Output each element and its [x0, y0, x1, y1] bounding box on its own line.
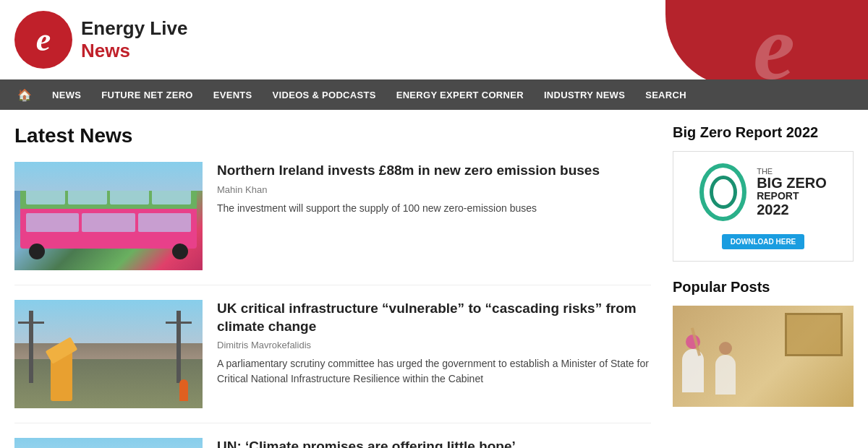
big-zero-box: THE BIG ZERO REPORT 2022 DOWNLOAD HERE — [673, 151, 854, 262]
nav-item-future-net-zero[interactable]: FUTURE NET ZERO — [91, 79, 203, 110]
bzr-oval — [699, 163, 746, 221]
sky-bg — [14, 438, 203, 448]
sidebar: Big Zero Report 2022 THE BIG ZERO REPORT… — [651, 124, 854, 448]
article-2-title[interactable]: UK critical infrastructure “vulnerable” … — [217, 300, 651, 335]
site-header: e Energy Live News e — [0, 0, 868, 79]
article-3-image — [14, 438, 203, 448]
popular-post-image[interactable] — [673, 306, 854, 407]
painting — [785, 313, 843, 356]
bzr-inner — [710, 176, 737, 209]
bus-window — [82, 213, 135, 232]
worker-figure — [179, 379, 188, 401]
bus-window — [138, 213, 191, 232]
article-1-image — [14, 162, 203, 270]
bus-wheel-right — [172, 244, 188, 259]
bus-image — [14, 162, 203, 270]
article-1-content: Northern Ireland invests £88m in new zer… — [217, 162, 651, 270]
infrastructure-image — [14, 300, 203, 408]
article-3-content: UN: ‘Climate promises are offering littl… — [217, 438, 651, 448]
nav-item-search[interactable]: SEARCH — [635, 79, 697, 110]
sky-bg — [14, 162, 203, 191]
page-title: Latest News — [14, 124, 651, 147]
header-background-logo: e — [665, 0, 868, 79]
article-2-excerpt: A parliamentary scrutiny committee has u… — [217, 356, 651, 387]
bus-lower-deck — [20, 209, 197, 249]
bzr-year-label: 2022 — [757, 202, 827, 218]
main-container: Latest News — [0, 110, 868, 448]
header-bg-letter: e — [753, 0, 795, 79]
article-3-title[interactable]: UN: ‘Climate promises are offering littl… — [217, 438, 651, 448]
bus-body — [20, 180, 197, 259]
nav-item-energy-expert-corner[interactable]: ENERGY EXPERT CORNER — [386, 79, 534, 110]
content-left: Latest News — [14, 124, 651, 448]
article-1-title[interactable]: Northern Ireland invests £88m in new zer… — [217, 162, 651, 180]
figure-2-head — [719, 342, 732, 355]
big-zero-logo: THE BIG ZERO REPORT 2022 — [685, 163, 841, 221]
article-1-author: Mahin Khan — [217, 184, 651, 195]
bus-wheel-left — [29, 244, 45, 259]
logo-name-part1: Energy Live — [81, 17, 187, 40]
logo-area[interactable]: e Energy Live News — [14, 11, 187, 69]
news-article-1: Northern Ireland invests £88m in new zer… — [14, 162, 651, 285]
news-article-2: UK critical infrastructure “vulnerable” … — [14, 300, 651, 423]
article-2-author: Dimitris Mavrokefalidis — [217, 340, 651, 350]
logo-text: Energy Live News — [81, 17, 187, 62]
bus-window — [26, 213, 79, 232]
logo-name-part2: News — [81, 40, 187, 62]
crossarm-2 — [166, 322, 192, 324]
bzr-the-label: THE — [757, 167, 827, 176]
article-1-excerpt: The investment will support the supply o… — [217, 201, 651, 216]
news-article-3: UN: ‘Climate promises are offering littl… — [14, 438, 651, 448]
crossarm — [18, 322, 44, 324]
infrastructure-bg — [14, 300, 203, 408]
nav-item-news[interactable]: NEWS — [42, 79, 91, 110]
logo-letter: e — [36, 23, 51, 56]
popular-posts-title: Popular Posts — [673, 279, 854, 296]
bzr-text: THE BIG ZERO REPORT 2022 — [757, 167, 827, 218]
figure-2-body — [715, 355, 736, 395]
main-nav: 🏠 NEWS FUTURE NET ZERO EVENTS VIDEOS & P… — [0, 79, 868, 110]
art-gallery-bg — [673, 306, 854, 407]
article-2-image — [14, 300, 203, 408]
nav-home-button[interactable]: 🏠 — [7, 79, 42, 110]
bzr-download-button[interactable]: DOWNLOAD HERE — [722, 234, 805, 249]
nav-item-events[interactable]: EVENTS — [203, 79, 263, 110]
logo-circle: e — [14, 11, 72, 69]
bus-lower-windows — [20, 209, 197, 236]
figure-2 — [712, 342, 738, 407]
big-zero-section-title: Big Zero Report 2022 — [673, 124, 854, 141]
bzr-big-label: BIG ZERO — [757, 176, 827, 190]
figure-pink-hair — [680, 335, 705, 407]
sky-clouds-image — [14, 438, 203, 448]
nav-item-videos-podcasts[interactable]: VIDEOS & PODCASTS — [263, 79, 386, 110]
article-2-content: UK critical infrastructure “vulnerable” … — [217, 300, 651, 408]
bzr-report-label: REPORT — [757, 190, 827, 202]
nav-item-industry-news[interactable]: INDUSTRY NEWS — [534, 79, 635, 110]
